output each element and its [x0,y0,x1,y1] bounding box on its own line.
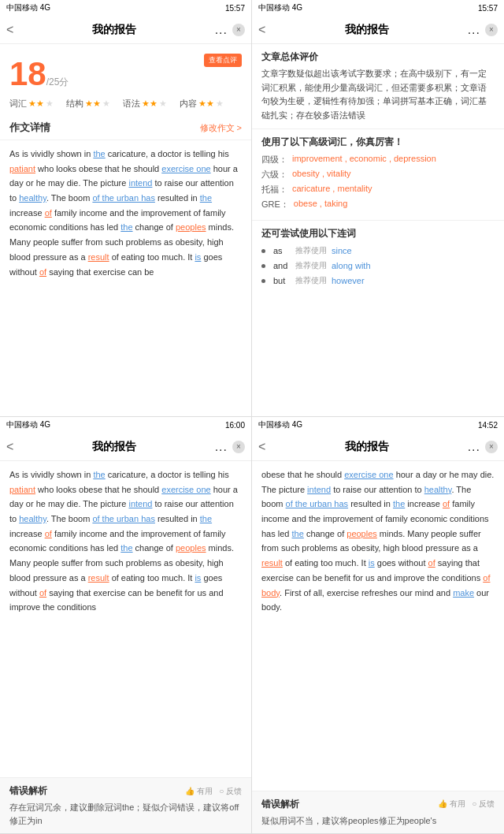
carrier-2: 中国移动 4G [258,2,302,13]
score-total: /25分 [46,76,69,87]
word-is-4: is [369,558,375,568]
word-exercise-3: exercise one [161,485,210,494]
word-intend-3: intend [128,499,152,508]
error-actions-4: 👍 有用 ○ 反馈 [438,799,495,810]
metric-structure: 结构 ★★★ [66,98,110,110]
essay-section-title: 作文详情 [9,121,50,135]
word-the-4a: the [393,499,405,508]
feedback-button-4[interactable]: ○ 反馈 [472,799,495,810]
score-badge[interactable]: 查看点评 [204,54,242,67]
word-patiant: patiant [9,164,35,173]
word-make-4: make [453,588,474,598]
word-is-3: is [195,573,201,583]
essay-section-header: 作文详情 修改作文 > [0,116,251,140]
word-patiant-3: patiant [9,485,35,494]
panel-top-right: 中国移动 4G 15:57 < 我的报告 ... × 文章总体评价 文章字数疑似… [252,0,504,417]
vocab-item-2: 托福： caricature , mentality [261,184,495,195]
nav-title-4: 我的报告 [345,440,389,454]
vocab-words-3: obese , taking [294,199,348,208]
connector-item-1: and 推荐使用 along with [261,260,495,271]
back-button-1[interactable]: < [6,23,13,37]
word-intend: intend [128,178,152,188]
metric-grammar-label: 语法 [123,98,140,110]
star-empty-2: ★ [102,99,110,109]
error-section-3: 错误解析 👍 有用 ○ 反馈 存在冠词冗余，建议删除冠词the；疑似介词错误，建… [0,777,251,833]
word-result-3: result [88,573,109,583]
overall-text: 文章字数疑似超出该考试字数要求；在高中级别下，有一定词汇积累，能使用少量高级词汇… [261,67,495,122]
word-intend-4: intend [307,485,331,494]
vocab-level-3: GRE： [261,199,289,210]
close-button-3[interactable]: × [232,441,245,453]
more-button-4[interactable]: ... [468,440,480,454]
more-button-3[interactable]: ... [215,440,228,454]
word-of-3b: of [39,588,46,598]
error-header-4: 错误解析 👍 有用 ○ 反馈 [261,798,495,811]
nav-bar-4: < 我的报告 ... × [252,433,504,461]
time-2: 15:57 [478,4,498,13]
nav-right-2: ... × [468,23,498,37]
helpful-button-3[interactable]: 👍 有用 [185,786,213,797]
status-bar-3: 中国移动 4G 16:00 [0,417,251,433]
word-peoples-4: peoples [346,529,377,538]
conn-suggest-2: however [332,276,365,285]
vocab-section: 使用了以下高级词汇，你真厉害！ 四级： improvement , econom… [252,129,504,221]
star-empty-1: ★ [46,99,54,109]
nav-right-1: ... × [215,23,245,37]
vocab-title: 使用了以下高级词汇，你真厉害！ [261,136,495,149]
feedback-button-3[interactable]: ○ 反馈 [219,786,242,797]
carrier-3: 中国移动 4G [6,419,50,430]
helpful-button-4[interactable]: 👍 有用 [438,799,465,810]
nav-bar-3: < 我的报告 ... × [0,433,251,461]
connector-item-2: but 推荐使用 however [261,275,495,286]
more-button-2[interactable]: ... [468,23,480,37]
close-button-4[interactable]: × [485,441,498,453]
word-of-2: of [39,267,46,277]
word-the-2: the [200,193,212,203]
word-the-3: the [120,222,132,232]
carrier-1: 中国移动 4G [6,2,50,13]
modify-essay-button[interactable]: 修改作文 > [200,122,242,134]
connectors-section: 还可尝试使用以下连词 as 推荐使用 since and 推荐使用 along … [252,221,504,416]
word-healthy-1: healthy [19,193,46,203]
word-the-3c: the [120,543,132,553]
star-4: ★★ [198,99,214,109]
connectors-title: 还可尝试使用以下连词 [261,227,495,240]
vocab-item-0: 四级： improvement , economic , depression [261,154,495,166]
dot-2 [261,279,265,283]
panel-bottom-left: 中国移动 4G 16:00 < 我的报告 ... × As is vividly… [0,417,252,834]
back-button-3[interactable]: < [6,440,13,454]
conn-word-1: and [273,261,291,270]
status-bar-1: 中国移动 4G 15:57 [0,0,251,16]
time-3: 16:00 [225,421,245,430]
star-empty-4: ★ [216,99,224,109]
word-of-3: of [45,529,52,538]
back-button-4[interactable]: < [258,440,265,454]
vocab-level-1: 六级： [261,169,287,181]
metric-content-label: 内容 [180,98,197,110]
vocab-words-1: obesity , vitality [292,169,351,178]
word-of-1: of [45,208,52,218]
panel-bottom-right: 中国移动 4G 14:52 < 我的报告 ... × obese that he… [252,417,504,834]
close-button-2[interactable]: × [485,24,498,36]
metric-structure-label: 结构 [66,98,83,110]
metric-vocab-label: 词汇 [9,98,27,110]
word-the-3a: the [93,470,105,479]
nav-title-3: 我的报告 [92,440,136,454]
carrier-4: 中国移动 4G [258,419,302,430]
nav-right-3: ... × [215,440,245,454]
error-text-3: 存在冠词冗余，建议删除冠词the；疑似介词错误，建议将off修正为in [9,801,242,827]
word-exercise-4: exercise one [344,470,393,479]
star-1: ★★ [28,99,44,109]
nav-left-3: < [6,440,13,454]
close-button-1[interactable]: × [232,24,245,36]
conn-word-2: but [273,276,291,285]
conn-label-0: 推荐使用 [295,245,327,256]
nav-title-1: 我的报告 [92,23,136,37]
back-button-2[interactable]: < [258,23,265,37]
more-button-1[interactable]: ... [215,23,228,37]
word-the-4b: the [292,529,304,538]
error-section-4: 错误解析 👍 有用 ○ 反馈 疑似用词不当，建议将peoples修正为peopl… [252,791,504,834]
conn-label-2: 推荐使用 [295,275,327,286]
metric-vocab: 词汇 ★★★ [9,98,54,110]
nav-left-4: < [258,440,265,454]
